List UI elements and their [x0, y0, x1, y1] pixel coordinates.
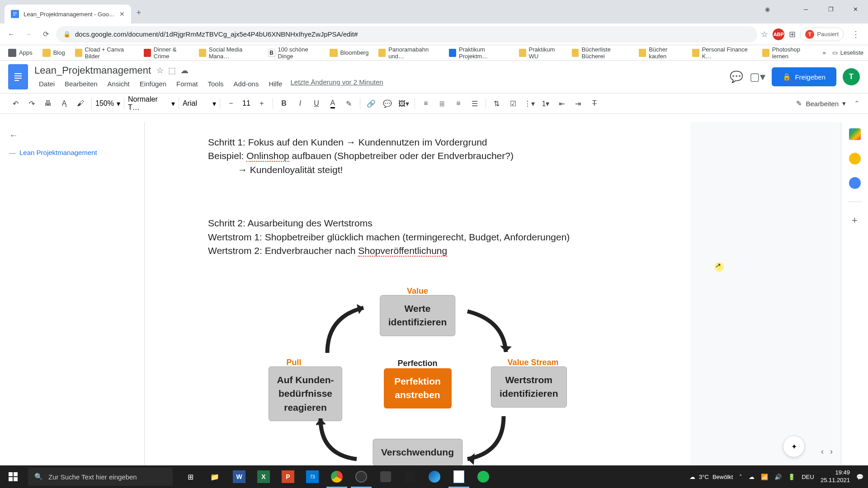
menu-hilfe[interactable]: Hilfe — [264, 78, 287, 89]
bookmark-item[interactable]: Photoshop lernen — [759, 44, 816, 61]
horizontal-ruler[interactable] — [0, 114, 868, 122]
menu-tools[interactable]: Tools — [203, 78, 228, 89]
tray-chevron-icon[interactable]: ˄ — [739, 474, 742, 480]
menu-ansicht[interactable]: Ansicht — [103, 78, 134, 89]
notepad-icon[interactable] — [447, 465, 471, 488]
volume-icon[interactable]: 🔊 — [774, 474, 782, 480]
chrome-menu-icon[interactable]: ⋮ — [848, 29, 863, 39]
incognito-icon[interactable]: ◉ — [755, 0, 780, 18]
menu-addons[interactable]: Add-ons — [229, 78, 264, 89]
forward-button[interactable]: → — [22, 28, 35, 41]
bookmark-item[interactable]: Cload + Canva Bilder — [71, 44, 137, 61]
language-indicator[interactable]: DEU — [802, 474, 814, 480]
bookmark-item[interactable]: Bücher kaufen — [635, 44, 685, 61]
bulleted-list-button[interactable]: ⋮▾ — [522, 96, 537, 111]
share-button[interactable]: 🔒 Freigeben — [772, 67, 836, 86]
wifi-icon[interactable]: 📶 — [761, 474, 768, 480]
align-center-button[interactable]: ≣ — [435, 96, 449, 111]
outline-item[interactable]: — Lean Projektmanagement — [9, 149, 127, 156]
tab-close-icon[interactable]: ✕ — [119, 10, 125, 18]
new-tab-button[interactable]: + — [137, 8, 142, 18]
app-icon[interactable] — [398, 465, 422, 488]
excel-icon[interactable]: X — [251, 465, 276, 488]
address-bar[interactable]: 🔒 docs.google.com/document/d/1dRjgrRmMzT… — [56, 26, 757, 42]
minimize-button[interactable]: ─ — [793, 0, 818, 18]
battery-icon[interactable]: 🔋 — [788, 474, 795, 480]
comment-history-icon[interactable]: 💬 — [730, 70, 743, 83]
bookmark-item[interactable]: Bloomberg — [326, 47, 373, 59]
docs-logo-icon[interactable] — [8, 64, 28, 89]
underline-button[interactable]: U — [309, 96, 324, 111]
undo-button[interactable]: ↶ — [8, 96, 23, 111]
bookmark-item[interactable]: Praktikum WU — [515, 44, 566, 61]
font-size-decrease-button[interactable]: − — [224, 96, 238, 111]
abp-extension-icon[interactable]: ABP — [773, 28, 784, 40]
powerpoint-icon[interactable]: P — [276, 465, 300, 488]
vertical-ruler[interactable] — [136, 122, 145, 465]
menu-datei[interactable]: Datei — [34, 78, 59, 89]
increase-indent-button[interactable]: ⇥ — [571, 96, 585, 111]
bookmark-item[interactable]: Social Media Mana… — [195, 44, 262, 61]
bookmark-item[interactable]: Blog — [39, 47, 69, 59]
bookmark-item[interactable]: B100 schöne Dinge — [264, 44, 323, 61]
clear-formatting-button[interactable]: T — [587, 96, 602, 111]
present-icon[interactable]: ▢▾ — [750, 70, 765, 83]
insert-image-button[interactable]: 🖼▾ — [396, 96, 411, 111]
back-button[interactable]: ← — [5, 28, 18, 41]
font-size-input[interactable]: 11 — [240, 99, 253, 108]
profile-pausiert[interactable]: T Pausiert — [800, 28, 844, 41]
highlight-color-button[interactable]: ✎ — [342, 96, 356, 111]
cloud-status-icon[interactable]: ☁ — [180, 66, 189, 75]
align-left-button[interactable]: ≡ — [419, 96, 433, 111]
bookmark-item[interactable]: Bücherliste Bücherei — [568, 44, 633, 61]
bold-button[interactable]: B — [277, 96, 291, 111]
document-title[interactable]: Lean_Projektmanagement — [34, 65, 151, 76]
tasks-sidepanel-icon[interactable] — [849, 177, 861, 189]
menu-einfuegen[interactable]: Einfügen — [135, 78, 171, 89]
reload-button[interactable]: ⟳ — [39, 28, 52, 41]
align-right-button[interactable]: ≡ — [451, 96, 466, 111]
spellcheck-button[interactable]: Ą — [57, 96, 71, 111]
move-icon[interactable]: ⬚ — [168, 66, 176, 75]
numbered-list-button[interactable]: 1▾ — [538, 96, 553, 111]
star-icon[interactable]: ☆ — [156, 66, 164, 75]
menu-bearbeiten[interactable]: Bearbeiten — [60, 78, 102, 89]
paragraph-style-select[interactable]: Normaler T… ▾ — [128, 95, 175, 112]
clock[interactable]: 19:49 25.11.2021 — [821, 469, 850, 484]
bookmark-item[interactable]: Praktikum Projektm… — [445, 44, 513, 61]
outline-close-button[interactable]: ← — [9, 130, 127, 141]
spotify-icon[interactable] — [471, 465, 495, 488]
align-justify-button[interactable]: ☰ — [467, 96, 482, 111]
text-color-button[interactable]: A — [326, 96, 340, 111]
onedrive-icon[interactable]: ☁ — [749, 474, 755, 480]
chrome-icon[interactable] — [325, 465, 349, 488]
bookmark-item[interactable]: Personal Finance K… — [689, 44, 756, 61]
start-button[interactable] — [0, 465, 26, 488]
reading-list-button[interactable]: ▭ Leseliste — [832, 49, 863, 56]
keep-sidepanel-icon[interactable] — [849, 153, 861, 164]
bookmark-item[interactable]: Panoramabahn und… — [375, 44, 443, 61]
mail-icon[interactable]: 73 — [300, 465, 325, 488]
bookmark-item[interactable]: Dinner & Crime — [140, 44, 193, 61]
explore-button[interactable]: ✦ — [783, 436, 805, 457]
browser-tab[interactable]: Lean_Projektmanagement - Goo… ✕ — [5, 5, 131, 23]
zoom-select[interactable]: 150% ▾ — [95, 99, 120, 108]
weather-widget[interactable]: ☁ 3°C Bewölkt — [689, 474, 733, 480]
decrease-indent-button[interactable]: ⇤ — [555, 96, 569, 111]
add-sidepanel-icon[interactable]: + — [849, 215, 861, 226]
bookmark-star-icon[interactable]: ☆ — [761, 29, 768, 39]
font-size-increase-button[interactable]: + — [255, 96, 269, 111]
account-avatar[interactable]: T — [843, 68, 860, 85]
italic-button[interactable]: I — [293, 96, 307, 111]
redo-button[interactable]: ↷ — [24, 96, 39, 111]
page-next-button[interactable]: › — [830, 447, 833, 456]
menu-format[interactable]: Format — [172, 78, 203, 89]
notifications-icon[interactable]: 💬 — [856, 474, 863, 480]
obs-icon[interactable] — [349, 465, 373, 488]
checklist-button[interactable]: ☑ — [506, 96, 520, 111]
calendar-sidepanel-icon[interactable] — [849, 128, 861, 140]
close-window-button[interactable]: ✕ — [843, 0, 868, 18]
insert-link-button[interactable]: 🔗 — [364, 96, 378, 111]
app-icon[interactable] — [373, 465, 398, 488]
bookmarks-overflow[interactable]: » — [819, 47, 829, 58]
